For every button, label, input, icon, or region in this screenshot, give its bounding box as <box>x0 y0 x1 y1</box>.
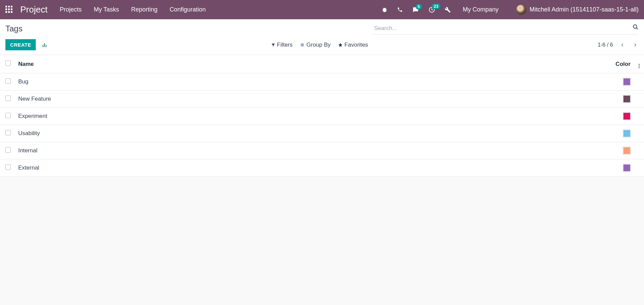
topbar: Project Projects My Tasks Reporting Conf… <box>0 0 644 19</box>
column-options-icon[interactable] <box>639 64 640 68</box>
row-name: Experiment <box>15 108 607 125</box>
avatar <box>516 5 526 15</box>
tags-table: Name Color BugNew FeatureExperimentUsabi… <box>0 55 644 177</box>
pager-text: 1-6 / 6 <box>598 42 613 48</box>
color-swatch[interactable] <box>623 95 631 103</box>
table-row[interactable]: Internal <box>0 142 644 159</box>
search-options: Filters Group By Favorites <box>271 42 368 48</box>
row-name: Bug <box>15 73 607 91</box>
table-row[interactable]: External <box>0 159 644 177</box>
favorites-label: Favorites <box>344 42 368 48</box>
row-checkbox[interactable] <box>5 164 11 170</box>
row-checkbox[interactable] <box>5 96 11 101</box>
row-checkbox[interactable] <box>5 113 11 118</box>
search-input[interactable] <box>373 23 639 34</box>
table-row[interactable]: Bug <box>0 73 644 91</box>
row-name: External <box>15 159 607 177</box>
pager-next[interactable] <box>632 42 639 48</box>
nav-reporting[interactable]: Reporting <box>131 6 158 13</box>
app-brand[interactable]: Project <box>20 4 48 15</box>
download-button[interactable] <box>42 42 47 48</box>
bug-icon[interactable] <box>382 7 388 13</box>
filters-button[interactable]: Filters <box>271 42 292 48</box>
nav-projects[interactable]: Projects <box>60 6 82 13</box>
nav-links: Projects My Tasks Reporting Configuratio… <box>60 6 206 13</box>
favorites-button[interactable]: Favorites <box>338 42 368 48</box>
color-swatch[interactable] <box>623 130 631 137</box>
row-checkbox[interactable] <box>5 147 11 153</box>
col-name[interactable]: Name <box>15 55 607 73</box>
create-button[interactable]: CREATE <box>5 39 36 50</box>
select-all-checkbox[interactable] <box>5 60 11 66</box>
chat-badge: 5 <box>416 4 422 9</box>
tools-icon[interactable] <box>445 7 451 13</box>
pager-prev[interactable] <box>619 42 626 48</box>
table-row[interactable]: New Feature <box>0 91 644 108</box>
search-icon[interactable] <box>633 24 639 30</box>
color-swatch[interactable] <box>623 164 631 172</box>
color-swatch[interactable] <box>623 147 631 154</box>
nav-configuration[interactable]: Configuration <box>170 6 206 13</box>
phone-icon[interactable] <box>397 7 403 12</box>
company-name[interactable]: My Company <box>463 6 499 13</box>
svg-point-1 <box>633 25 637 28</box>
page-title: Tags <box>5 24 23 33</box>
table-row[interactable]: Usability <box>0 125 644 142</box>
svg-line-2 <box>636 28 638 29</box>
activity-badge: 23 <box>432 4 440 9</box>
col-color[interactable]: Color <box>607 55 634 73</box>
row-checkbox[interactable] <box>5 130 11 135</box>
nav-mytasks[interactable]: My Tasks <box>94 6 119 13</box>
activity-icon[interactable]: 23 <box>428 6 435 13</box>
filters-label: Filters <box>277 42 292 48</box>
row-checkbox[interactable] <box>5 78 11 84</box>
row-name: Internal <box>15 142 607 159</box>
row-name: Usability <box>15 125 607 142</box>
groupby-button[interactable]: Group By <box>300 42 331 48</box>
topbar-icons: 5 23 My Company Mitchell Admin (15141107… <box>382 5 639 15</box>
control-panel: Tags CREATE Filters Group By Favorite <box>0 19 644 55</box>
user-name: Mitchell Admin (15141107-saas-15-1-all) <box>530 6 639 13</box>
row-name: New Feature <box>15 91 607 108</box>
groupby-label: Group By <box>306 42 331 48</box>
color-swatch[interactable] <box>623 112 631 120</box>
pager: 1-6 / 6 <box>598 42 639 48</box>
user-menu[interactable]: Mitchell Admin (15141107-saas-15-1-all) <box>516 5 639 15</box>
search-wrap <box>373 23 639 34</box>
table-row[interactable]: Experiment <box>0 108 644 125</box>
apps-icon[interactable] <box>5 6 13 14</box>
color-swatch[interactable] <box>623 78 631 85</box>
chat-icon[interactable]: 5 <box>412 7 419 13</box>
